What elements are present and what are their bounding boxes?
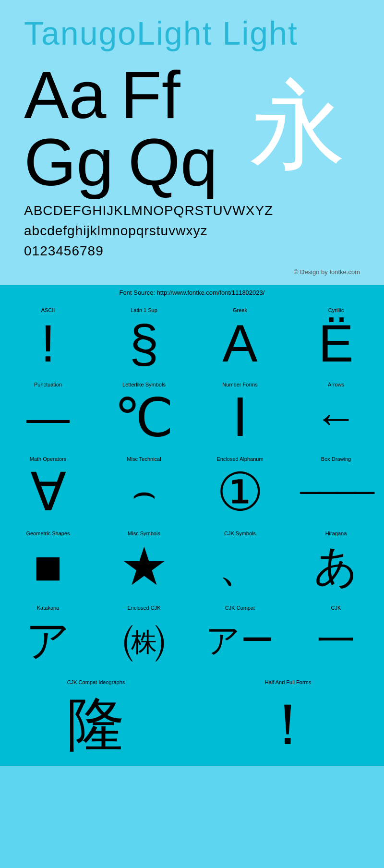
cjk-sample: 永 bbox=[235, 61, 360, 191]
glyph-cell-geoshapes: Geometric Shapes ■ bbox=[0, 523, 96, 598]
glyph-char-misctech: ⌢ bbox=[132, 466, 157, 518]
glyph-label-mathop: Math Operators bbox=[30, 456, 66, 462]
uppercase-alphabet: ABCDEFGHIJKLMNOPQRSTUVWXYZ bbox=[24, 201, 360, 221]
glyph-cell-arrows: Arrows ← bbox=[288, 374, 384, 449]
glyph-cell-miscsym: Misc Symbols ★ bbox=[96, 523, 192, 598]
cjk-char: 永 bbox=[250, 78, 346, 174]
letter-gg: Gg bbox=[24, 129, 114, 196]
glyph-char-cyrillic: Ë bbox=[318, 317, 353, 370]
glyph-char-cjkideographs: 隆 bbox=[67, 689, 125, 761]
glyph-char-punctuation: — bbox=[26, 391, 70, 444]
glyph-label-hiragana: Hiragana bbox=[325, 530, 347, 536]
glyph-cell-enclosed: Enclosed Alphanum ① bbox=[192, 449, 288, 523]
letter-ff: Ff bbox=[120, 61, 180, 129]
glyph-label-cjkcompat: CJK Compat bbox=[225, 605, 255, 611]
glyph-label-cjkideographs: CJK Compat Ideographs bbox=[67, 679, 125, 685]
glyph-label-halffulls: Half And Full Forms bbox=[265, 679, 312, 685]
glyph-cell-ascii: ASCII ! bbox=[0, 300, 96, 374]
glyph-char-arrows: ← bbox=[314, 391, 358, 444]
letter-aa: Aa bbox=[24, 61, 106, 129]
glyph-label-miscsym: Misc Symbols bbox=[128, 530, 160, 536]
glyph-cell-numforms: Number Forms Ⅰ bbox=[192, 374, 288, 449]
glyph-char-letterlike: ℃ bbox=[114, 391, 174, 444]
font-title: TanugoLight Light bbox=[24, 14, 360, 52]
glyph-label-cjksym: CJK Symbols bbox=[224, 530, 256, 536]
glyph-char-ascii: ! bbox=[41, 317, 56, 370]
glyph-cell-mathop: Math Operators ∀ bbox=[0, 449, 96, 523]
glyph-label-latin1: Latin 1 Sup bbox=[131, 307, 157, 313]
alphabet-section: ABCDEFGHIJKLMNOPQRSTUVWXYZ abcdefghijklm… bbox=[24, 201, 360, 266]
glyph-label-punctuation: Punctuation bbox=[34, 382, 62, 387]
glyph-char-hiragana: あ bbox=[314, 540, 358, 593]
glyph-char-greek: Α bbox=[222, 317, 257, 370]
glyph-cell-cjkideographs: CJK Compat Ideographs 隆 bbox=[0, 672, 192, 766]
glyph-cell-cjkcompat: CJK Compat アー bbox=[192, 598, 288, 672]
glyph-char-cjk: 一 bbox=[317, 615, 355, 667]
glyph-label-arrows: Arrows bbox=[328, 382, 344, 387]
glyph-label-ascii: ASCII bbox=[41, 307, 55, 313]
glyph-cell-hiragana: Hiragana あ bbox=[288, 523, 384, 598]
glyph-char-enclosedcjk: ㈱ bbox=[122, 615, 166, 667]
glyph-char-cjksym: 、 bbox=[218, 540, 262, 593]
glyph-char-mathop: ∀ bbox=[30, 466, 66, 518]
letter-qq: Qq bbox=[128, 129, 218, 196]
glyph-label-katakana: Katakana bbox=[37, 605, 59, 611]
glyph-label-geoshapes: Geometric Shapes bbox=[26, 530, 70, 536]
glyph-cell-katakana: Katakana ア bbox=[0, 598, 96, 672]
glyph-char-cjkcompat: アー bbox=[206, 615, 274, 667]
glyph-label-greek: Greek bbox=[233, 307, 247, 313]
bottom-section: Font Source: http://www.fontke.com/font/… bbox=[0, 285, 384, 766]
top-section: TanugoLight Light Aa Ff Gg Qq 永 ABCDEFGH… bbox=[0, 0, 384, 285]
glyph-label-cyrillic: Cyrillic bbox=[328, 307, 344, 313]
glyph-char-numforms: Ⅰ bbox=[232, 391, 248, 444]
glyph-cell-cjk: CJK 一 bbox=[288, 598, 384, 672]
glyph-char-halffulls: ！ bbox=[259, 689, 317, 761]
glyph-cell-cjksym: CJK Symbols 、 bbox=[192, 523, 288, 598]
glyph-cell-enclosedcjk: Enclosed CJK ㈱ bbox=[96, 598, 192, 672]
glyph-cell-cyrillic: Cyrillic Ë bbox=[288, 300, 384, 374]
font-source: Font Source: http://www.fontke.com/font/… bbox=[0, 285, 384, 300]
glyph-label-enclosedcjk: Enclosed CJK bbox=[127, 605, 160, 611]
glyph-cell-halffulls: Half And Full Forms ！ bbox=[192, 672, 384, 766]
glyph-label-numforms: Number Forms bbox=[222, 382, 257, 387]
copyright: © Design by fontke.com bbox=[24, 268, 360, 276]
glyph-label-letterlike: Letterlike Symbols bbox=[122, 382, 166, 387]
glyph-cell-latin1: Latin 1 Sup § bbox=[96, 300, 192, 374]
lowercase-alphabet: abcdefghijklmnopqrstuvwxyz bbox=[24, 221, 360, 241]
glyph-char-enclosed: ① bbox=[216, 466, 264, 518]
glyph-cell-greek: Greek Α bbox=[192, 300, 288, 374]
digits: 0123456789 bbox=[24, 241, 360, 261]
glyph-char-boxdraw: ──── bbox=[300, 466, 372, 518]
glyph-label-cjk: CJK bbox=[331, 605, 341, 611]
glyph-cell-boxdraw: Box Drawing ──── bbox=[288, 449, 384, 523]
sample-letters: Aa Ff Gg Qq 永 bbox=[24, 61, 360, 196]
glyph-cell-letterlike: Letterlike Symbols ℃ bbox=[96, 374, 192, 449]
glyph-label-misctech: Misc Technical bbox=[127, 456, 161, 462]
glyph-char-katakana: ア bbox=[26, 615, 70, 667]
glyph-char-miscsym: ★ bbox=[120, 540, 168, 593]
glyph-cell-punctuation: Punctuation — bbox=[0, 374, 96, 449]
glyph-char-geoshapes: ■ bbox=[34, 540, 62, 593]
glyph-label-boxdraw: Box Drawing bbox=[321, 456, 351, 462]
glyph-label-enclosed: Enclosed Alphanum bbox=[216, 456, 263, 462]
glyph-char-latin1: § bbox=[129, 317, 158, 370]
glyph-cell-misctech: Misc Technical ⌢ bbox=[96, 449, 192, 523]
glyph-grid: ASCII ! Latin 1 Sup § Greek Α Cyrillic Ë… bbox=[0, 300, 384, 766]
